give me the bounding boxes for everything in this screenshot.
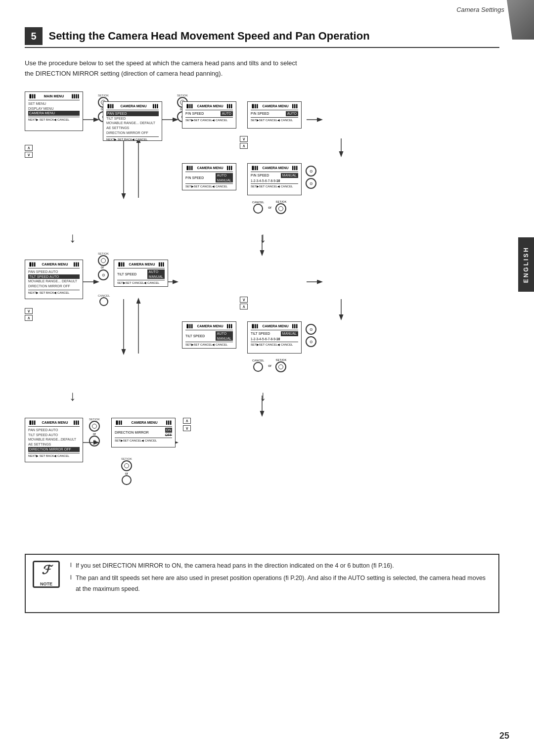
nav-controller-4[interactable]: ∨ ∧ (25, 308, 33, 321)
nav-controller-1[interactable]: ∧ ∨ (25, 145, 33, 158)
language-tab: ENGLISH (518, 237, 534, 292)
title-area: 5 Setting the Camera Head Movement Speed… (25, 27, 499, 48)
description-line2: the DIRECTION MIRROR setting (direction … (25, 69, 499, 79)
header-title: Camera Settings (456, 6, 504, 13)
direction-mirror-box: ▐▌▌▌ CAMERA MENU ▌▌▌ DIRECTION MIRROR ON… (111, 418, 176, 447)
description: Use the procedure below to set the speed… (25, 58, 499, 79)
camera-menu-direction-box: ▐▌▌▌ CAMERA MENU ▌▌▌ PAN SPEED AUTO TILT… (25, 418, 83, 462)
tilt-speed-auto-manual-box: ▐▌▌▌ CAMERA MENU ▌▌▌ TILT SPEED AUTOMANU… (114, 260, 168, 287)
down-arrow-4: ↓ (260, 388, 267, 404)
down-arrow-1: ↓ (69, 230, 76, 246)
cancel-bottom[interactable]: SET/OK or (121, 457, 132, 485)
pan-speed-auto-box2: ▐▌▌▌ CAMERA MENU ▌▌▌ P/N SPEED AUTOMANUA… (182, 163, 236, 190)
setok-cancel-row2: CANCEL or SET/OK (252, 358, 286, 372)
pan-speed-manual-box: ▐▌▌▌ CAMERA MENU ▌▌▌ P/N SPEED MANUAL 1-… (247, 163, 302, 195)
description-line1: Use the procedure below to set the speed… (25, 58, 499, 69)
note-box: ℱ NOTE l If you set DIRECTION MIRROR to … (25, 554, 499, 613)
cancel-1[interactable]: CANCEL (98, 294, 110, 306)
section-number: 5 (25, 27, 43, 45)
tilt-speed-auto-box3: ▐▌▌▌ CAMERA MENU ▌▌▌ TILT SPEED AUTOMANU… (182, 321, 236, 349)
camera-menu-tilt-box: ▐▌▌▌ CAMERA MENU ▌▌▌ PAN SPEED AUTO TILT… (25, 260, 83, 299)
nav-controller-2[interactable]: ∨ ∧ (240, 136, 248, 149)
header-tab-decoration (507, 0, 534, 40)
setok-3[interactable]: SET/OK (98, 252, 109, 266)
down-arrow-3: ↓ (69, 388, 76, 404)
note-icon: ℱ NOTE (33, 561, 60, 588)
down-arrow-2: ↓ (260, 230, 267, 246)
nav-controller-3[interactable]: ∨ ∧ (240, 297, 248, 310)
speed-scroll-icons-2[interactable]: ⊙ ⊙ (306, 324, 316, 347)
flow-diagram-svg (25, 91, 499, 541)
pan-speed-auto-manual-box: ▐▌▌▌ CAMERA MENU ▌▌▌ P/N SPEED AUTO SET▶… (247, 101, 302, 129)
nav-controller-dir[interactable]: ∧ ∨ (183, 418, 191, 431)
speed-scroll-icons[interactable]: ⊙ ⊙ (306, 166, 316, 189)
or-text-3: or (101, 266, 104, 269)
language-tab-label: ENGLISH (523, 246, 530, 283)
setok-cancel-row1: CANCEL or SET/OK (252, 200, 286, 214)
note-item-2: l The pan and tilt speeds set here are a… (70, 573, 490, 594)
pan-speed-auto-box: ▐▌▌▌ CAMERA MENU ▌▌▌ P/N SPEED AUTO SET▶… (182, 101, 236, 129)
note-item-1: l If you set DIRECTION MIRROR to ON, the… (70, 561, 490, 571)
tilt-speed-manual-box: ▐▌▌▌ CAMERA MENU ▌▌▌ TILT SPEED MANUAL 1… (247, 321, 302, 354)
camera-btn-3[interactable]: ⊙ (98, 269, 109, 280)
setok-dir[interactable]: SET/OK or ⊙ (89, 418, 100, 446)
main-menu-box: ▐▌▌▌ MAIN MENU ▌▌▌▌ SET MENU DISPLAY MEN… (25, 91, 83, 131)
diagram-area: ▐▌▌▌ MAIN MENU ▌▌▌▌ SET MENU DISPLAY MEN… (25, 91, 499, 541)
camera-menu-pan-box: ▐▌▌▌ CAMERA MENU ▌▌▌ PAN SPEED TILT SPEE… (103, 101, 162, 141)
page-title: Setting the Camera Head Movement Speed a… (48, 30, 369, 42)
page-number: 25 (499, 731, 509, 741)
